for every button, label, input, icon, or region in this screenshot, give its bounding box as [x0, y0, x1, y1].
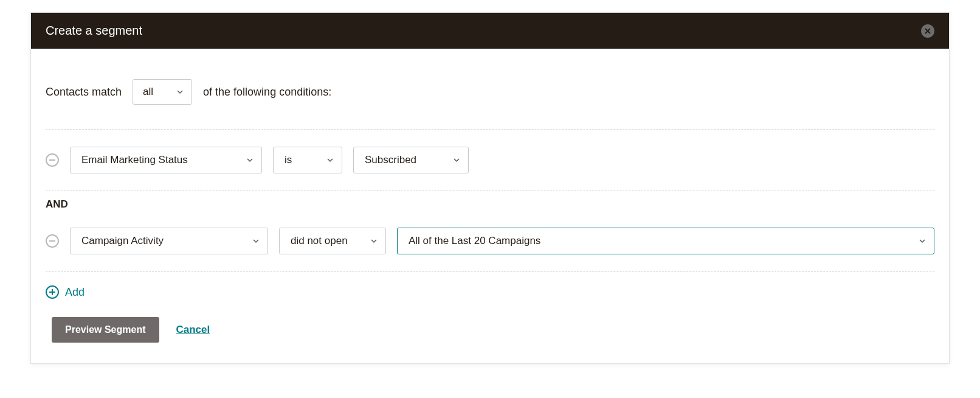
condition-field-dropdown[interactable]: Campaign Activity — [70, 228, 268, 254]
add-label: Add — [65, 286, 85, 299]
remove-condition-button[interactable] — [46, 234, 59, 248]
modal-header: Create a segment — [31, 13, 949, 49]
join-operator-label: AND — [46, 191, 934, 211]
cancel-link[interactable]: Cancel — [176, 324, 210, 336]
modal-title: Create a segment — [46, 24, 142, 38]
match-row: Contacts match all of the following cond… — [46, 79, 934, 129]
condition-row: Email Marketing Status is Subscribed — [46, 130, 934, 190]
chevron-down-icon — [177, 89, 183, 95]
chevron-down-icon — [247, 157, 253, 163]
condition-value-text: Subscribed — [365, 154, 416, 166]
chevron-down-icon — [919, 238, 925, 244]
condition-field-dropdown[interactable]: Email Marketing Status — [70, 147, 262, 173]
condition-operator-value: did not open — [291, 235, 348, 247]
match-type-dropdown[interactable]: all — [133, 79, 192, 105]
match-type-value: all — [143, 86, 153, 98]
match-prefix: Contacts match — [46, 86, 122, 99]
close-button[interactable] — [921, 24, 934, 38]
chevron-down-icon — [253, 238, 259, 244]
condition-value-text: All of the Last 20 Campaigns — [409, 235, 540, 247]
condition-row: Campaign Activity did not open All of th… — [46, 211, 934, 271]
condition-operator-dropdown[interactable]: is — [273, 147, 342, 173]
condition-operator-dropdown[interactable]: did not open — [279, 228, 386, 254]
close-icon — [925, 26, 931, 37]
plus-circle-icon — [46, 285, 59, 299]
chevron-down-icon — [371, 238, 377, 244]
condition-value-dropdown[interactable]: All of the Last 20 Campaigns — [397, 228, 934, 254]
chevron-down-icon — [327, 157, 333, 163]
chevron-down-icon — [454, 157, 460, 163]
condition-operator-value: is — [285, 154, 292, 166]
preview-segment-button[interactable]: Preview Segment — [52, 317, 159, 343]
remove-condition-button[interactable] — [46, 153, 59, 167]
add-condition-button[interactable]: Add — [46, 272, 934, 317]
actions-row: Preview Segment Cancel — [46, 317, 934, 343]
modal-body: Contacts match all of the following cond… — [31, 49, 949, 363]
condition-field-value: Email Marketing Status — [81, 154, 188, 166]
condition-value-dropdown[interactable]: Subscribed — [353, 147, 469, 173]
condition-field-value: Campaign Activity — [81, 235, 164, 247]
segment-builder-modal: Create a segment Contacts match all of t… — [30, 12, 950, 364]
match-suffix: of the following conditions: — [203, 86, 331, 99]
